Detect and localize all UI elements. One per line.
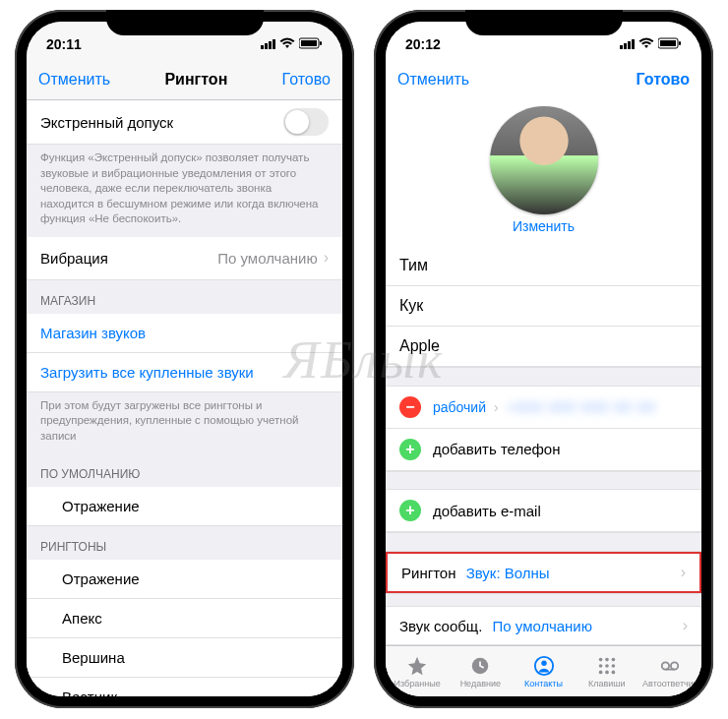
ringtone-item[interactable]: Вестник — [27, 678, 342, 696]
text-tone-label: Звук сообщ. — [399, 618, 482, 634]
emergency-toggle[interactable] — [283, 108, 329, 136]
emergency-note: Функция «Экстренный допуск» позволяет по… — [27, 145, 342, 237]
cancel-button[interactable]: Отменить — [38, 71, 110, 89]
svg-rect-1 — [301, 40, 317, 46]
content-scroll[interactable]: Изменить Тим Кук Apple − рабочий › +000 … — [386, 100, 701, 696]
tab-recents[interactable]: Недавние — [449, 646, 512, 696]
status-time: 20:12 — [405, 36, 441, 52]
chevron-icon: › — [683, 617, 688, 634]
ringtone-label: Апекс — [62, 610, 102, 627]
tone-store-label: Магазин звуков — [40, 325, 146, 341]
content-scroll[interactable]: Экстренный допуск Функция «Экстренный до… — [27, 100, 342, 696]
change-photo-button[interactable]: Изменить — [513, 218, 575, 234]
tab-label: Недавние — [460, 679, 501, 689]
section-gap — [386, 593, 701, 607]
nav-title: Рингтон — [164, 71, 227, 89]
nav-bar: Отменить Готово — [386, 59, 701, 100]
ringtone-value: Звук: Волны — [466, 565, 550, 581]
add-icon[interactable]: + — [399, 439, 421, 460]
status-time: 20:11 — [46, 36, 82, 52]
first-name-field[interactable]: Тим — [386, 246, 701, 286]
text-tone-row[interactable]: Звук сообщ. По умолчанию › — [386, 607, 701, 645]
chevron-icon: › — [494, 399, 499, 415]
svg-point-15 — [598, 670, 602, 674]
section-gap — [386, 471, 701, 491]
status-indicators — [261, 36, 323, 52]
add-email-label: добавить e-mail — [433, 503, 541, 519]
ringtone-item[interactable]: Отражение — [27, 560, 342, 599]
remove-icon[interactable]: − — [399, 396, 421, 418]
battery-icon — [658, 36, 682, 52]
download-tones-label: Загрузить все купленные звуки — [40, 364, 254, 381]
emergency-label: Экстренный допуск — [40, 114, 283, 131]
store-header: МАГАЗИН — [27, 280, 342, 314]
contact-avatar[interactable] — [490, 106, 598, 214]
svg-rect-5 — [679, 41, 681, 45]
svg-point-19 — [671, 662, 678, 669]
store-note: При этом будут загружены все рингтоны и … — [27, 392, 342, 454]
ringtone-label: Вершина — [62, 649, 125, 666]
notch — [465, 10, 623, 35]
phone-row[interactable]: − рабочий › +000 000 000 00 00 — [386, 387, 701, 429]
add-phone-label: добавить телефон — [433, 441, 561, 457]
tab-voicemail[interactable]: Автоответчик — [638, 646, 701, 696]
svg-point-18 — [662, 662, 669, 669]
tab-contacts[interactable]: Контакты — [512, 646, 575, 696]
done-button[interactable]: Готово — [282, 71, 331, 89]
ringtone-label: Отражение — [62, 570, 140, 587]
download-tones-row[interactable]: Загрузить все купленные звуки — [27, 353, 342, 392]
svg-point-11 — [611, 657, 615, 661]
phone-number-blurred: +000 000 000 00 00 — [507, 398, 656, 415]
svg-rect-4 — [660, 40, 676, 46]
emergency-bypass-row[interactable]: Экстренный допуск — [27, 100, 342, 145]
last-name-field[interactable]: Кук — [386, 286, 701, 327]
battery-icon — [299, 36, 323, 52]
text-tone-value: По умолчанию — [493, 618, 592, 634]
svg-rect-2 — [320, 41, 322, 45]
phone-type[interactable]: рабочий — [433, 399, 486, 415]
tone-store-row[interactable]: Магазин звуков — [27, 314, 342, 353]
avatar-section: Изменить — [386, 100, 701, 237]
phone-right: 20:12 Отменить Готово — [374, 10, 713, 708]
company-field[interactable]: Apple — [386, 327, 701, 367]
svg-point-8 — [541, 660, 547, 666]
done-button[interactable]: Готово — [637, 71, 690, 89]
vibration-row[interactable]: Вибрация По умолчанию › — [27, 237, 342, 280]
svg-point-13 — [605, 664, 609, 668]
notch — [106, 10, 264, 35]
section-gap — [386, 367, 701, 387]
ringtone-label: Вестник — [62, 689, 117, 696]
default-tone-label: Отражение — [62, 498, 140, 514]
tab-label: Контакты — [524, 679, 563, 689]
chevron-icon: › — [324, 249, 329, 267]
cancel-button[interactable]: Отменить — [397, 71, 469, 89]
ringtone-item[interactable]: Апекс — [27, 599, 342, 638]
vibration-label: Вибрация — [40, 250, 217, 267]
tab-label: Клавиши — [588, 679, 626, 689]
add-phone-row[interactable]: + добавить телефон — [386, 429, 701, 471]
ringtone-row[interactable]: Рингтон Звук: Волны › — [386, 552, 701, 593]
tab-keypad[interactable]: Клавиши — [576, 646, 638, 696]
tab-favorites[interactable]: Избранные — [386, 646, 449, 696]
wifi-icon — [638, 36, 654, 52]
tab-label: Автоответчик — [642, 679, 698, 689]
section-gap — [386, 532, 701, 552]
svg-point-14 — [611, 664, 615, 668]
phone-left: 20:11 Отменить Рингтон Готово — [15, 10, 354, 708]
cellular-icon — [261, 39, 275, 49]
nav-bar: Отменить Рингтон Готово — [27, 59, 342, 100]
ringtones-header: РИНГТОНЫ — [27, 526, 342, 560]
ringtone-label: Рингтон — [401, 565, 455, 581]
status-indicators — [620, 36, 682, 52]
svg-point-17 — [611, 670, 615, 674]
cellular-icon — [620, 39, 635, 49]
add-email-row[interactable]: + добавить e-mail — [386, 490, 701, 532]
chevron-icon: › — [681, 564, 686, 581]
svg-point-9 — [598, 657, 602, 661]
default-tone-row[interactable]: Отражение — [27, 487, 342, 526]
default-header: ПО УМОЛЧАНИЮ — [27, 453, 342, 487]
wifi-icon — [279, 36, 295, 52]
ringtone-item[interactable]: Вершина — [27, 638, 342, 678]
add-icon[interactable]: + — [399, 500, 421, 521]
svg-point-12 — [598, 664, 602, 668]
